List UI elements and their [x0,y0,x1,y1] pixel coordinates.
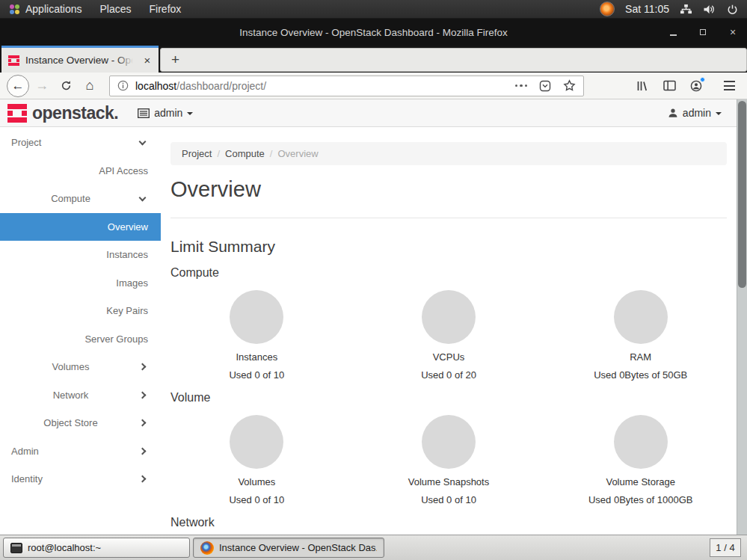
clock[interactable]: Sat 11:05 [625,3,669,15]
limit-group-title-network: Network [170,516,737,529]
usage-donut [614,290,668,344]
project-list-icon [138,108,150,118]
sidebar-item-key-pairs[interactable]: Key Pairs [0,297,161,325]
taskbar-window-label: Instance Overview - OpenStack Das... [219,542,377,553]
user-menu[interactable]: admin [668,107,722,119]
back-icon: ← [7,75,29,97]
chevron-right-icon [139,447,147,455]
breadcrumb-compute[interactable]: Compute [225,148,265,159]
user-menu-label: admin [683,107,711,119]
chevron-right-icon [139,363,147,371]
sidebar-item-label: Identity [11,473,43,484]
url-bar[interactable]: localhost/dashboard/project/ [109,76,584,96]
openstack-header: openstack. admin admin [0,99,747,127]
window-title: Instance Overview - OpenStack Dashboard … [239,27,508,38]
sidebar-item-network[interactable]: Network [0,381,161,410]
scrollbar-thumb[interactable] [738,101,746,288]
sidebar-item-images[interactable]: Images [0,269,161,298]
openstack-logo-mark [7,104,27,123]
openstack-favicon [8,55,19,66]
menu-button[interactable] [717,75,741,97]
chevron-right-icon [139,476,147,483]
back-button[interactable]: ← [6,75,30,97]
taskbar-window-label: root@localhost:~ [28,542,101,553]
applications-icon [9,4,20,15]
chevron-right-icon [139,419,147,427]
sidebar-item-project[interactable]: Project [0,129,161,157]
account-button[interactable] [684,75,708,97]
active-tab[interactable]: Instance Overview - Open × [1,46,159,73]
limit-summary-groups: ComputeInstancesUsed 0 of 10VCPUsUsed 0 … [161,266,737,529]
sidebars-button[interactable] [657,75,681,97]
bookmark-star-icon[interactable] [563,79,576,92]
library-icon [636,80,648,92]
tray-app-icon[interactable] [600,1,615,16]
sidebar-item-volumes[interactable]: Volumes [0,353,161,381]
breadcrumb-separator: / [270,148,273,159]
sidebar-item-label: Network [53,390,89,401]
close-button[interactable]: × [726,25,740,39]
usage-caption: Used 0Bytes of 1000GB [588,494,692,505]
usage-label: Volumes [238,476,275,487]
gnome-top-bar: Applications Places Firefox Sat 11:05 [0,0,747,19]
firefox-menu[interactable]: Firefox [141,0,191,18]
sidebar-item-label: Key Pairs [106,305,148,316]
url-text[interactable]: localhost/dashboard/project/ [135,80,266,92]
usage-donut [614,415,668,469]
page-scrollbar[interactable] [737,99,747,535]
breadcrumb-project[interactable]: Project [182,148,212,159]
sidebar-item-object-store[interactable]: Object Store [0,409,161,437]
breadcrumb-separator: / [217,148,220,159]
breadcrumb-current: Overview [277,148,318,159]
sidebar-item-label: Project [11,137,41,148]
site-info-icon[interactable] [117,80,129,91]
limit-group-title-volume: Volume [170,391,737,404]
page-title: Overview [170,177,737,202]
sidebar-item-identity[interactable]: Identity [0,465,161,493]
usage-label: VCPUs [433,351,465,363]
library-button[interactable] [630,75,654,97]
maximize-button[interactable] [696,25,710,39]
sidebar-item-api-access[interactable]: API Access [0,157,161,185]
applications-menu[interactable]: Applications [0,0,91,18]
new-tab-button[interactable]: + [161,52,190,68]
terminal-icon [10,543,22,553]
sidebar-item-overview[interactable]: Overview [0,213,161,241]
sidebar-item-instances[interactable]: Instances [0,241,161,269]
firefox-menu-label: Firefox [150,3,182,15]
taskbar-window-terminal[interactable]: root@localhost:~ [3,538,190,558]
pocket-icon[interactable] [539,80,551,92]
limit-item-volume-storage: Volume StorageUsed 0Bytes of 1000GB [544,415,737,505]
minimize-button[interactable] [666,25,680,39]
project-switcher-label: admin [154,107,182,119]
hamburger-icon [724,81,735,90]
usage-donut [230,415,283,469]
project-switcher[interactable]: admin [138,107,193,119]
sidebar-item-admin[interactable]: Admin [0,437,161,466]
taskbar-window-firefox[interactable]: Instance Overview - OpenStack Das... [193,538,384,558]
limit-summary-title: Limit Summary [170,238,737,256]
url-path: /dashboard/project/ [176,80,266,92]
openstack-logo[interactable]: openstack. [7,103,118,123]
limit-item-volume-snapshots: Volume SnapshotsUsed 0 of 10 [353,415,545,505]
usage-label: Volume Storage [606,476,675,487]
reload-button[interactable] [54,75,78,97]
volume-icon[interactable] [703,4,716,15]
url-host: localhost [135,80,176,92]
usage-caption: Used 0 of 10 [229,494,284,505]
home-button[interactable]: ⌂ [78,75,102,97]
network-icon[interactable] [680,4,692,15]
sidebar-item-label: Object Store [43,417,97,428]
chevron-down-icon [139,138,147,146]
tab-close-icon[interactable]: × [141,54,154,67]
sidebar-item-compute[interactable]: Compute [0,185,161,213]
firefox-titlebar[interactable]: Instance Overview - OpenStack Dashboard … [0,19,747,46]
page-actions-icon[interactable] [515,84,528,87]
workspace-indicator[interactable]: 1 / 4 [710,538,741,557]
sidebar-item-label: Server Groups [84,333,148,345]
power-icon[interactable] [727,4,738,15]
usage-caption: Used 0 of 20 [421,369,476,381]
places-menu[interactable]: Places [91,0,141,18]
sidebar-item-server-groups[interactable]: Server Groups [0,325,161,354]
forward-button[interactable]: → [30,75,54,97]
